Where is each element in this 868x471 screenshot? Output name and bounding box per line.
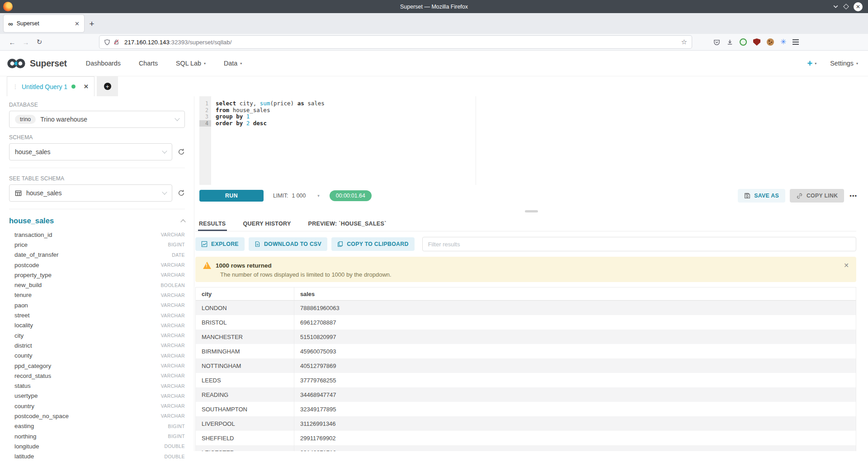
column-type: VARCHAR bbox=[161, 232, 185, 237]
new-content-button[interactable]: + ▾ bbox=[807, 59, 817, 68]
schema-column-row: cityVARCHAR bbox=[9, 330, 185, 340]
bookmark-star-icon[interactable]: ☆ bbox=[681, 38, 687, 46]
more-options-icon[interactable]: ••• bbox=[849, 193, 857, 199]
schema-column-row: priceBIGINT bbox=[9, 240, 185, 250]
results-tab-preview-house-sales[interactable]: PREVIEW: `HOUSE_SALES` bbox=[307, 216, 387, 231]
line-number: 3 bbox=[199, 113, 211, 120]
limit-dropdown[interactable]: LIMIT: 1 000 ▾ bbox=[273, 193, 320, 199]
sql-editor[interactable]: 1234 select city, sum(price) as salesfro… bbox=[194, 96, 868, 185]
schema-column-row: paonVARCHAR bbox=[9, 300, 185, 310]
settings-menu[interactable]: Settings ▾ bbox=[830, 60, 858, 67]
schema-select[interactable]: house_sales bbox=[9, 143, 172, 160]
back-icon[interactable]: ← bbox=[5, 38, 19, 46]
url-bar[interactable]: 217.160.120.143:32393/superset/sqllab/ ☆ bbox=[99, 36, 692, 48]
schema-column-row: new_buildBOOLEAN bbox=[9, 280, 185, 290]
drag-handle-icon[interactable]: ⋮ bbox=[13, 84, 18, 90]
column-type: VARCHAR bbox=[161, 403, 185, 409]
table-schema-label: SEE TABLE SCHEMA bbox=[9, 175, 185, 182]
schema-column-row: eastingBIGINT bbox=[9, 421, 185, 431]
column-header-sales[interactable]: sales bbox=[294, 287, 856, 300]
forward-icon[interactable]: → bbox=[19, 38, 33, 46]
action-label: DOWNLOAD TO CSV bbox=[264, 241, 321, 247]
table-name[interactable]: house_sales bbox=[9, 217, 54, 225]
filter-results-input[interactable] bbox=[422, 237, 856, 251]
superset-brand[interactable]: Superset bbox=[6, 57, 67, 70]
cell-city: LEICESTER bbox=[196, 445, 294, 451]
cell-city: LEEDS bbox=[196, 373, 294, 387]
column-type: BIGINT bbox=[168, 242, 185, 247]
url-text: 217.160.120.143:32393/superset/sqllab/ bbox=[124, 39, 678, 46]
refresh-table-icon[interactable] bbox=[178, 189, 185, 197]
refresh-schema-icon[interactable] bbox=[178, 148, 185, 155]
add-query-tab-button[interactable]: + bbox=[97, 76, 118, 96]
collapse-chevron-icon[interactable] bbox=[180, 219, 185, 224]
query-tab-close-icon[interactable]: ✕ bbox=[84, 83, 89, 90]
pocket-icon[interactable] bbox=[713, 39, 720, 46]
downloads-icon[interactable] bbox=[726, 39, 733, 46]
database-select[interactable]: trino Trino warehouse bbox=[9, 111, 185, 128]
run-button[interactable]: RUN bbox=[199, 190, 264, 202]
code-line: order by 2 desc bbox=[216, 120, 868, 127]
schema-column-row: longitudeDOUBLE bbox=[9, 441, 185, 451]
window-minimize-icon[interactable] bbox=[833, 4, 839, 9]
explore-button[interactable]: EXPLORE bbox=[195, 237, 245, 251]
window-title: Superset — Mozilla Firefox bbox=[0, 4, 868, 10]
schema-column-row: streetVARCHAR bbox=[9, 310, 185, 320]
nav-item-label: Data bbox=[224, 60, 237, 67]
banner-close-icon[interactable]: ✕ bbox=[844, 262, 849, 269]
schema-column-row: postcode_no_spaceVARCHAR bbox=[9, 411, 185, 421]
column-type: BIGINT bbox=[168, 433, 185, 439]
cell-sales: 51510820997 bbox=[294, 330, 856, 344]
extension-asterisk-icon[interactable]: ✳ bbox=[780, 38, 786, 46]
menu-icon[interactable] bbox=[793, 39, 799, 44]
chevron-down-icon: ▾ bbox=[815, 61, 816, 66]
shield-icon[interactable] bbox=[104, 39, 110, 46]
nav-item-sql-lab[interactable]: SQL Lab▾ bbox=[176, 60, 206, 67]
column-name: northing bbox=[14, 433, 36, 440]
database-label: DATABASE bbox=[9, 102, 185, 108]
nav-item-data[interactable]: Data▾ bbox=[224, 60, 242, 67]
column-header-city[interactable]: city bbox=[196, 287, 294, 300]
firefox-window: Superset — Mozilla Firefox ✕ ∞ Superset … bbox=[0, 0, 868, 471]
nav-item-dashboards[interactable]: Dashboards bbox=[86, 60, 121, 67]
column-type: DOUBLE bbox=[164, 454, 185, 459]
cookie-icon[interactable] bbox=[767, 38, 774, 46]
window-close-icon[interactable]: ✕ bbox=[854, 2, 863, 11]
browser-tab[interactable]: ∞ Superset ✕ bbox=[4, 15, 84, 32]
reload-icon[interactable]: ↻ bbox=[33, 38, 46, 46]
superset-favicon-icon: ∞ bbox=[8, 20, 13, 27]
tab-close-icon[interactable]: ✕ bbox=[75, 20, 80, 27]
resize-handle[interactable] bbox=[525, 210, 538, 212]
limit-value: 1 000 bbox=[292, 193, 306, 199]
query-tab-active[interactable]: ⋮ Untitled Query 1 ✕ bbox=[7, 76, 94, 96]
file-csv-icon bbox=[255, 241, 260, 247]
table-schema-value: house_sales bbox=[26, 189, 158, 197]
column-name: postcode_no_space bbox=[14, 413, 69, 419]
column-name: usertype bbox=[14, 392, 38, 399]
editor-code[interactable]: select city, sum(price) as salesfrom hou… bbox=[216, 100, 868, 127]
insecure-lock-icon[interactable] bbox=[113, 39, 119, 45]
chart-line-icon bbox=[201, 241, 208, 247]
results-pane: RESULTSQUERY HISTORYPREVIEW: `HOUSE_SALE… bbox=[194, 216, 868, 451]
save-as-button[interactable]: SAVE AS bbox=[738, 189, 785, 203]
ublock-shield-icon[interactable] bbox=[753, 38, 760, 46]
results-tab-query-history[interactable]: QUERY HISTORY bbox=[242, 216, 292, 231]
cell-sales: 69612708887 bbox=[294, 315, 856, 330]
extension-green-icon[interactable] bbox=[740, 38, 747, 46]
new-tab-button[interactable]: + bbox=[84, 16, 99, 32]
copy-link-button[interactable]: COPY LINK bbox=[790, 189, 844, 203]
cell-sales: 37779768255 bbox=[294, 373, 856, 387]
window-maximize-icon[interactable] bbox=[843, 4, 849, 9]
chevron-down-icon bbox=[162, 189, 167, 194]
results-tab-results[interactable]: RESULTS bbox=[198, 216, 227, 231]
table-schema-select[interactable]: house_sales bbox=[9, 184, 172, 202]
plus-circle-icon: + bbox=[104, 83, 111, 90]
download-csv-button[interactable]: DOWNLOAD TO CSV bbox=[249, 237, 327, 251]
nav-item-charts[interactable]: Charts bbox=[139, 60, 158, 67]
cell-city: SHEFFIELD bbox=[196, 431, 294, 445]
browser-toolbar: ← → ↻ 217.160.120.143:32393/superset/sql… bbox=[0, 34, 868, 51]
copy-clipboard-button[interactable]: COPY TO CLIPBOARD bbox=[331, 237, 415, 251]
nav-item-label: Charts bbox=[139, 60, 158, 67]
code-line: group by 1 bbox=[216, 113, 868, 120]
cell-city: BIRMINGHAM bbox=[196, 344, 294, 358]
